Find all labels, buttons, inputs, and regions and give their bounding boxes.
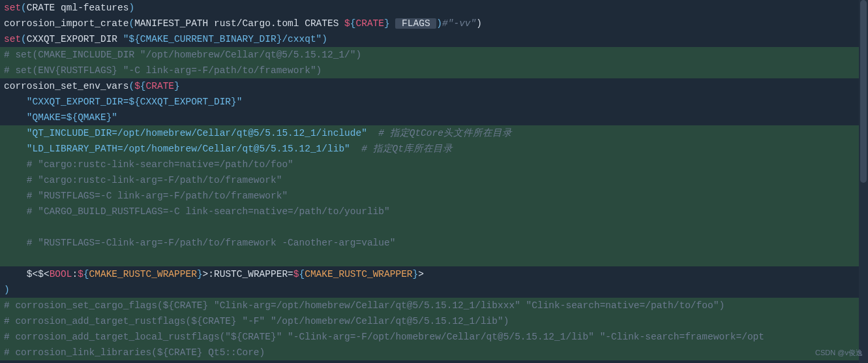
code-token: set [4,34,21,44]
code-token: # set(ENV{RUSTFLAGS} "-C link-arg=-F/pat… [4,65,322,76]
code-token: # set(CMAKE_INCLUDE_DIR "/opt/homebrew/C… [4,50,361,60]
code-token: corrosion_import_crate [4,18,128,29]
code-line[interactable]: # "cargo:rustc-link-search=native=/path/… [0,157,868,172]
code-token: CXXQT_EXPORT_DIR [27,34,123,44]
code-token: } [197,269,203,279]
code-token: ( [21,34,27,44]
code-token: # "cargo:rustc-link-arg=-F/path/to/frame… [27,175,282,185]
code-token: } [413,269,419,279]
code-token [4,97,27,107]
code-line[interactable] [0,251,868,266]
code-line[interactable]: corrosion_set_env_vars(${CRATE} [0,78,868,94]
code-token: $ [293,269,299,279]
code-token: ) [128,3,134,13]
code-token [4,253,27,264]
code-line[interactable]: # corrosion_link_libraries(${CRATE} Qt5:… [0,345,868,360]
code-line[interactable]: set(CRATE qml-features) [0,0,868,16]
code-token: { [140,81,146,91]
code-line[interactable]: # set(ENV{RUSTFLAGS} "-C link-arg=-F/pat… [0,63,868,78]
code-token: BOOL [50,269,72,279]
code-token: ) [476,18,482,29]
code-editor[interactable]: set(CRATE qml-features)corrosion_import_… [0,0,868,360]
code-token [367,128,378,138]
code-token: ) [436,18,442,29]
code-token: $ [134,81,140,91]
code-token: CMAKE_RUSTC_WRAPPER [305,269,412,279]
vertical-scrollbar[interactable] [859,0,868,363]
code-token: ( [21,3,27,13]
code-token: { [299,269,305,279]
code-token: # corrosion_add_target_rustflags(${CRATE… [4,316,509,326]
code-token: ) [322,34,327,44]
code-token: $ [344,18,350,29]
code-token [4,175,27,185]
code-line[interactable]: # "RUSTFLAGS=-C link-arg=-F/path/to/fram… [0,188,868,204]
code-token: ) [4,285,10,295]
code-token: } [384,18,390,29]
code-token: # corrosion_link_libraries(${CRATE} Qt5:… [4,347,265,358]
code-line[interactable]: corrosion_import_crate(MANIFEST_PATH rus… [0,16,868,31]
code-line[interactable]: # "cargo:rustc-link-arg=-F/path/to/frame… [0,172,868,188]
code-token: { [350,18,356,29]
code-token: >:RUSTC_WRAPPER= [203,269,293,279]
code-token: MANIFEST_PATH rust/Cargo.toml CRATES [134,18,344,29]
code-token: : [72,269,78,279]
code-token: ( [128,18,134,29]
code-line[interactable]: # corrosion_add_target_rustflags(${CRATE… [0,313,868,329]
code-token [4,159,27,170]
code-token: # "RUSTFLAGS=-C link-arg=-F/path/to/fram… [27,191,288,201]
code-token: $<$< [4,269,50,279]
code-token: "QT_INCLUDE_DIR=/opt/homebrew/Cellar/qt@… [27,128,367,138]
code-token: } [174,81,180,91]
code-token [350,144,361,154]
code-token: # "RUSTFLAGS=-Clink-arg=-F/path/to/frame… [27,238,396,248]
code-token [4,238,27,248]
code-line[interactable]: "QMAKE=${QMAKE}" [0,110,868,125]
code-token: CMAKE_RUSTC_WRAPPER [89,269,197,279]
code-token: ( [128,81,134,91]
code-token: "QMAKE=${QMAKE}" [27,112,117,123]
code-token: #"-vv" [442,18,476,29]
code-token: FLAGS [395,18,436,29]
code-token [4,112,27,123]
code-token: # "cargo:rustc-link-search=native=/path/… [27,159,293,170]
code-line[interactable]: ) [0,282,868,298]
code-line[interactable]: "QT_INCLUDE_DIR=/opt/homebrew/Cellar/qt@… [0,125,868,141]
code-line[interactable]: "LD_LIBRARY_PATH=/opt/homebrew/Cellar/qt… [0,141,868,157]
code-token: CRATE qml-features [27,3,129,13]
code-token [4,206,27,217]
code-token: $ [78,269,83,279]
code-token [4,128,27,138]
code-line[interactable]: # set(CMAKE_INCLUDE_DIR "/opt/homebrew/C… [0,47,868,63]
code-line[interactable] [0,219,868,235]
code-line[interactable]: # "RUSTFLAGS=-Clink-arg=-F/path/to/frame… [0,235,868,251]
code-token: set [4,3,21,13]
code-token: "${CMAKE_CURRENT_BINARY_DIR}/cxxqt" [123,34,322,44]
code-token [4,144,27,154]
code-line[interactable]: $<$<BOOL:${CMAKE_RUSTC_WRAPPER}>:RUSTC_W… [0,266,868,282]
watermark: CSDN @v俊逸 [815,345,863,360]
code-line[interactable]: # corrosion_set_cargo_flags(${CRATE} "Cl… [0,298,868,313]
code-token: # 指定Qt库所在目录 [361,144,453,154]
code-token: corrosion_set_env_vars [4,81,128,91]
scrollbar-thumb[interactable] [860,0,867,183]
code-line[interactable]: set(CXXQT_EXPORT_DIR "${CMAKE_CURRENT_BI… [0,31,868,47]
code-token: # corrosion_set_cargo_flags(${CRATE} "Cl… [4,300,725,311]
code-line[interactable]: # "CARGO_BUILD_RUSTFLAGS=-C link-search=… [0,204,868,219]
code-token: "LD_LIBRARY_PATH=/opt/homebrew/Cellar/qt… [27,144,350,154]
code-token: # 指定QtCore头文件所在目录 [378,128,512,138]
code-token [4,222,27,232]
code-line[interactable]: # corrosion_add_target_local_rustflags("… [0,329,868,345]
code-token: > [418,269,424,279]
code-token [4,191,27,201]
code-token: # corrosion_add_target_local_rustflags("… [4,332,764,342]
code-token: # "CARGO_BUILD_RUSTFLAGS=-C link-search=… [27,206,390,217]
code-token: { [83,269,89,279]
code-token: CRATE [356,18,385,29]
code-token: "CXXQT_EXPORT_DIR=${CXXQT_EXPORT_DIR}" [27,97,243,107]
code-line[interactable]: "CXXQT_EXPORT_DIR=${CXXQT_EXPORT_DIR}" [0,94,868,110]
code-token: CRATE [146,81,175,91]
